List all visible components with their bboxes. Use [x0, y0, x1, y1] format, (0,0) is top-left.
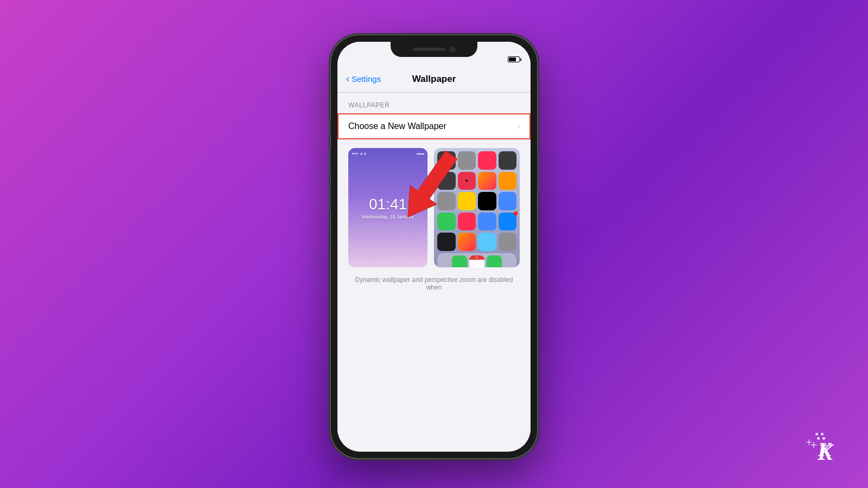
phone-body: ‹ Settings Wallpaper WALLPAPER Choose a …: [331, 35, 537, 458]
app-icon: ♥: [458, 172, 476, 190]
section-header: WALLPAPER: [337, 93, 531, 113]
power-button: [537, 149, 539, 192]
app-icon: [458, 192, 476, 210]
volume-down-button: [329, 182, 331, 211]
phone-device: ‹ Settings Wallpaper WALLPAPER Choose a …: [331, 35, 537, 458]
lock-date: Wednesday, 10 January: [362, 214, 414, 220]
app-icon: [478, 151, 496, 170]
dock-calendar: 8: [469, 255, 484, 267]
back-label: Settings: [352, 74, 381, 84]
app-icon: [437, 213, 456, 231]
app-icon: [437, 151, 456, 170]
app-icon: [499, 233, 517, 251]
chevron-left-icon: ‹: [346, 73, 349, 85]
wallpaper-preview-area: ●●● ▲▲ ▬▬ 01:41 Wednesday, 10 January: [337, 148, 531, 267]
lock-time: 01:41: [369, 196, 407, 213]
navigation-bar: ‹ Settings Wallpaper: [337, 66, 531, 93]
home-screen-preview: ●●● ▲▬▬ ♥: [434, 148, 520, 267]
app-icon: [499, 151, 517, 170]
kt-brand: + K: [810, 441, 833, 464]
app-icon: [478, 233, 496, 251]
app-icon: [437, 233, 456, 251]
app-icon: 1: [499, 213, 517, 231]
content-area: WALLPAPER Choose a New Wallpaper ›: [337, 93, 531, 452]
front-camera: [450, 47, 455, 52]
app-icon: [437, 192, 456, 210]
speaker: [413, 48, 445, 51]
app-icon: [499, 172, 517, 190]
wallpaper-caption: Dynamic wallpaper and perspective zoom a…: [337, 267, 531, 300]
lock-screen-preview: ●●● ▲▲ ▬▬ 01:41 Wednesday, 10 January: [348, 148, 427, 267]
mute-button: [329, 119, 331, 137]
app-icon: [437, 172, 456, 190]
app-icon: [458, 233, 476, 251]
dock: 8: [437, 253, 516, 267]
notch: [391, 42, 477, 57]
choose-wallpaper-row[interactable]: Choose a New Wallpaper ›: [337, 113, 531, 139]
phone-screen: ‹ Settings Wallpaper WALLPAPER Choose a …: [337, 42, 531, 452]
app-grid: ♥: [437, 151, 516, 251]
app-icon: [499, 192, 517, 210]
page-title: Wallpaper: [412, 74, 456, 85]
choose-wallpaper-label: Choose a New Wallpaper: [348, 121, 446, 131]
app-icon: [478, 172, 496, 190]
chevron-right-icon: ›: [517, 121, 520, 131]
battery-icon: [508, 56, 520, 62]
app-icon: [478, 213, 496, 231]
status-indicators: [487, 56, 520, 62]
knowtechie-watermark: + K: [810, 437, 833, 464]
dock-phone: [452, 255, 467, 267]
dock-messages: [487, 255, 502, 267]
app-icon: [478, 192, 496, 210]
app-icon: [458, 151, 476, 170]
app-icon: [458, 213, 476, 231]
volume-up-button: [329, 146, 331, 176]
back-button[interactable]: ‹ Settings: [346, 74, 381, 85]
